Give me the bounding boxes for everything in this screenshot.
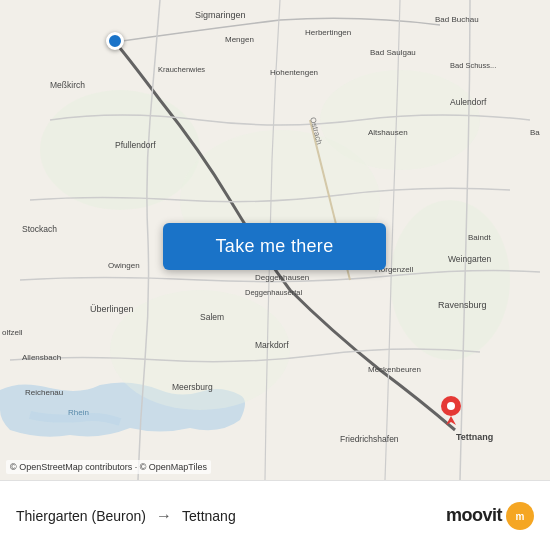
svg-text:Allensbach: Allensbach: [22, 353, 61, 362]
svg-point-4: [390, 200, 510, 360]
svg-text:Deggenhausen: Deggenhausen: [255, 273, 309, 282]
svg-text:Herbertingen: Herbertingen: [305, 28, 351, 37]
svg-point-1: [40, 90, 200, 210]
map-container: Sigmaringen Bad Buchau Mengen Herberting…: [0, 0, 550, 480]
route-from: Thiergarten (Beuron): [16, 508, 146, 524]
svg-text:Ba: Ba: [530, 128, 540, 137]
svg-text:Meersburg: Meersburg: [172, 382, 213, 392]
svg-text:Owingen: Owingen: [108, 261, 140, 270]
svg-text:m: m: [516, 511, 525, 522]
svg-text:Hohentengen: Hohentengen: [270, 68, 318, 77]
svg-text:Reichenau: Reichenau: [25, 388, 63, 397]
svg-text:Markdorf: Markdorf: [255, 340, 289, 350]
destination-marker: [440, 395, 462, 425]
origin-marker: [106, 32, 124, 50]
svg-text:Meßkirch: Meßkirch: [50, 80, 85, 90]
route-arrow: →: [156, 507, 172, 525]
svg-text:Salem: Salem: [200, 312, 224, 322]
bottom-bar: Thiergarten (Beuron) → Tettnang moovit m: [0, 480, 550, 550]
svg-text:Bad Buchau: Bad Buchau: [435, 15, 479, 24]
svg-text:Friedrichshafen: Friedrichshafen: [340, 434, 399, 444]
svg-text:Mengen: Mengen: [225, 35, 254, 44]
map-attribution: © OpenStreetMap contributors · © OpenMap…: [6, 460, 211, 474]
svg-text:Rhein: Rhein: [68, 408, 89, 417]
svg-point-3: [320, 70, 480, 170]
svg-text:Baindt: Baindt: [468, 233, 491, 242]
svg-text:Bad Schuss...: Bad Schuss...: [450, 61, 496, 70]
moovit-icon: m: [506, 502, 534, 530]
svg-point-5: [110, 290, 290, 410]
moovit-brand-name: moovit: [446, 505, 502, 526]
svg-text:Deggenhausertal: Deggenhausertal: [245, 288, 302, 297]
route-to: Tettnang: [182, 508, 236, 524]
svg-text:Weingarten: Weingarten: [448, 254, 492, 264]
svg-text:Altshausen: Altshausen: [368, 128, 408, 137]
svg-text:Stockach: Stockach: [22, 224, 57, 234]
svg-text:Aulendorf: Aulendorf: [450, 97, 487, 107]
svg-text:Bad Saulgau: Bad Saulgau: [370, 48, 416, 57]
svg-text:Krauchenwies: Krauchenwies: [158, 65, 205, 74]
svg-text:Pfullendorf: Pfullendorf: [115, 140, 156, 150]
take-me-there-button[interactable]: Take me there: [163, 223, 386, 270]
svg-point-40: [447, 402, 455, 410]
svg-text:Tettnang: Tettnang: [456, 432, 493, 442]
svg-text:Ravensburg: Ravensburg: [438, 300, 487, 310]
moovit-logo: moovit m: [446, 502, 534, 530]
svg-text:Überlingen: Überlingen: [90, 304, 134, 314]
svg-text:Meckenbeuren: Meckenbeuren: [368, 365, 421, 374]
svg-text:olfzell: olfzell: [2, 328, 23, 337]
svg-text:Sigmaringen: Sigmaringen: [195, 10, 246, 20]
